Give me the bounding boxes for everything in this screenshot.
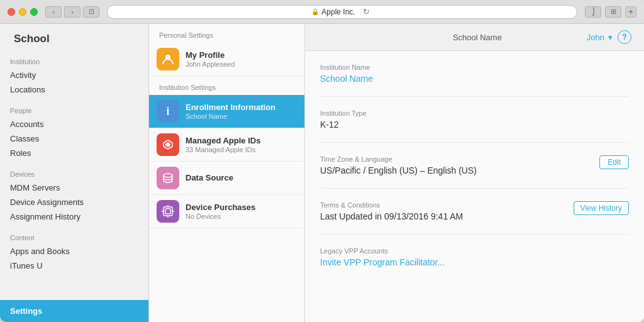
terms-row: Terms & Conditions Last Updated in 09/13… <box>320 201 629 221</box>
svg-marker-2 <box>165 142 170 147</box>
institution-type-section: Institution Type K-12 <box>320 109 629 143</box>
terms-section: Terms & Conditions Last Updated in 09/13… <box>320 201 629 235</box>
data-source-icon <box>157 167 179 189</box>
institution-type-value: K-12 <box>320 119 629 130</box>
reload-button[interactable]: ↻ <box>360 6 373 18</box>
sidebar-logo-text: School <box>14 33 50 45</box>
timezone-row: Time Zone & Language US/Pacific / Englis… <box>320 155 629 175</box>
panel-item-device-purchases[interactable]: Device Purchases No Devices <box>149 195 304 228</box>
enrollment-icon: i <box>157 100 179 123</box>
sidebar-section-people: People <box>0 102 148 117</box>
middle-panel: Personal Settings My Profile John Apples… <box>149 24 305 322</box>
device-purchases-text: Device Purchases No Devices <box>186 203 297 220</box>
close-button[interactable] <box>8 8 15 16</box>
sidebar-item-device-assignments[interactable]: Device Assignments <box>0 195 148 209</box>
right-panel-header: School Name John ▾ ? <box>305 24 644 51</box>
sidebar-item-assignment-history[interactable]: Assignment History <box>0 209 148 224</box>
timezone-label: Time Zone & Language <box>320 155 477 163</box>
device-purchases-icon <box>157 200 179 223</box>
legacy-vpp-value[interactable]: Invite VPP Program Facilitator... <box>320 257 629 267</box>
device-purchases-subtitle: No Devices <box>186 213 297 220</box>
sidebar-settings-item[interactable]: Settings <box>0 300 148 322</box>
managed-apple-ids-title: Managed Apple IDs <box>186 136 297 145</box>
header-title: School Name <box>368 33 587 42</box>
sidebar-item-locations[interactable]: Locations <box>0 82 148 97</box>
data-source-title: Data Source <box>186 173 297 182</box>
user-name: John <box>587 33 604 42</box>
svg-rect-4 <box>164 207 172 216</box>
titlebar: ‹ › ⊡ 🔒 Apple Inc. ↻ ⎦ ⊞ + <box>0 0 644 24</box>
personal-settings-label: Personal Settings <box>149 24 304 43</box>
enrollment-text: Enrollment Information School Name <box>186 103 297 120</box>
panel-item-data-source[interactable]: Data Source <box>149 162 304 195</box>
tab-button[interactable]: ⊡ <box>83 6 99 18</box>
new-tab-button[interactable]: + <box>625 6 636 18</box>
svg-rect-5 <box>165 209 170 214</box>
panel-item-my-profile[interactable]: My Profile John Appleseed <box>149 43 304 76</box>
nav-buttons: ‹ › <box>45 6 80 18</box>
my-profile-icon <box>157 48 179 70</box>
institution-name-section: Institution Name School Name <box>320 64 629 97</box>
panel-item-managed-apple-ids[interactable]: Managed Apple IDs 33 Managed Apple IDs <box>149 128 304 162</box>
reader-button[interactable]: ⊞ <box>605 6 621 18</box>
terms-label: Terms & Conditions <box>320 201 463 209</box>
legacy-vpp-label: Legacy VPP Accounts <box>320 247 629 255</box>
address-bar[interactable]: 🔒 Apple Inc. ↻ <box>107 5 577 19</box>
enrollment-title: Enrollment Information <box>186 103 297 112</box>
traffic-lights <box>8 8 38 16</box>
timezone-text-group: Time Zone & Language US/Pacific / Englis… <box>320 155 477 175</box>
institution-name-label: Institution Name <box>320 64 629 71</box>
sidebar-item-activity[interactable]: Activity <box>0 68 148 82</box>
sidebar-item-classes[interactable]: Classes <box>0 131 148 146</box>
back-button[interactable]: ‹ <box>45 6 62 18</box>
institution-name-value[interactable]: School Name <box>320 74 629 84</box>
forward-button[interactable]: › <box>64 6 80 18</box>
terms-value: Last Updated in 09/13/2016 9:41 AM <box>320 211 463 221</box>
managed-apple-ids-subtitle: 33 Managed Apple IDs <box>186 146 297 153</box>
edit-timezone-button[interactable]: Edit <box>599 155 629 169</box>
share-button[interactable]: ⎦ <box>585 6 601 18</box>
view-history-button[interactable]: View History <box>574 201 629 215</box>
toolbar-right: ⎦ ⊞ + <box>585 6 636 18</box>
sidebar-item-itunes-u[interactable]: iTunes U <box>0 258 148 273</box>
institution-type-label: Institution Type <box>320 109 629 117</box>
managed-apple-ids-text: Managed Apple IDs 33 Managed Apple IDs <box>186 136 297 153</box>
data-source-text: Data Source <box>186 173 297 183</box>
sidebar: School Institution Activity Locations Pe… <box>0 24 149 322</box>
right-panel-content: Institution Name School Name Institution… <box>305 51 644 322</box>
terms-text-group: Terms & Conditions Last Updated in 09/13… <box>320 201 463 221</box>
sidebar-section-devices: Devices <box>0 165 148 180</box>
sidebar-item-apps-books[interactable]: Apps and Books <box>0 244 148 258</box>
main-content: School Institution Activity Locations Pe… <box>0 24 644 322</box>
my-profile-subtitle: John Appleseed <box>186 60 297 68</box>
help-button[interactable]: ? <box>618 30 631 44</box>
managed-apple-ids-icon <box>157 133 179 156</box>
enrollment-subtitle: School Name <box>186 113 297 120</box>
legacy-vpp-section: Legacy VPP Accounts Invite VPP Program F… <box>320 247 629 280</box>
sidebar-item-roles[interactable]: Roles <box>0 146 148 160</box>
my-profile-title: My Profile <box>186 50 297 60</box>
sidebar-logo: School <box>0 24 148 53</box>
lock-icon: 🔒 <box>311 8 319 15</box>
my-profile-text: My Profile John Appleseed <box>186 50 297 68</box>
sidebar-item-mdm-servers[interactable]: MDM Servers <box>0 180 148 195</box>
sidebar-section-content: Content <box>0 229 148 244</box>
timezone-section: Time Zone & Language US/Pacific / Englis… <box>320 155 629 189</box>
maximize-button[interactable] <box>30 8 38 16</box>
svg-point-3 <box>164 174 172 177</box>
panel-item-enrollment[interactable]: i Enrollment Information School Name <box>149 95 304 128</box>
device-purchases-title: Device Purchases <box>186 203 297 212</box>
institution-settings-label: Institution Settings <box>149 76 304 95</box>
url-text: Apple Inc. <box>321 8 355 16</box>
sidebar-section-institution: Institution <box>0 53 148 68</box>
minimize-button[interactable] <box>19 8 26 16</box>
sidebar-item-accounts[interactable]: Accounts <box>0 117 148 131</box>
timezone-value: US/Pacific / English (US) – English (US) <box>320 165 477 175</box>
app-window: ‹ › ⊡ 🔒 Apple Inc. ↻ ⎦ ⊞ + School Instit… <box>0 0 644 322</box>
user-chevron-icon: ▾ <box>608 33 613 42</box>
header-user[interactable]: John ▾ <box>587 33 613 42</box>
right-panel: School Name John ▾ ? Institution Name Sc… <box>305 24 644 322</box>
